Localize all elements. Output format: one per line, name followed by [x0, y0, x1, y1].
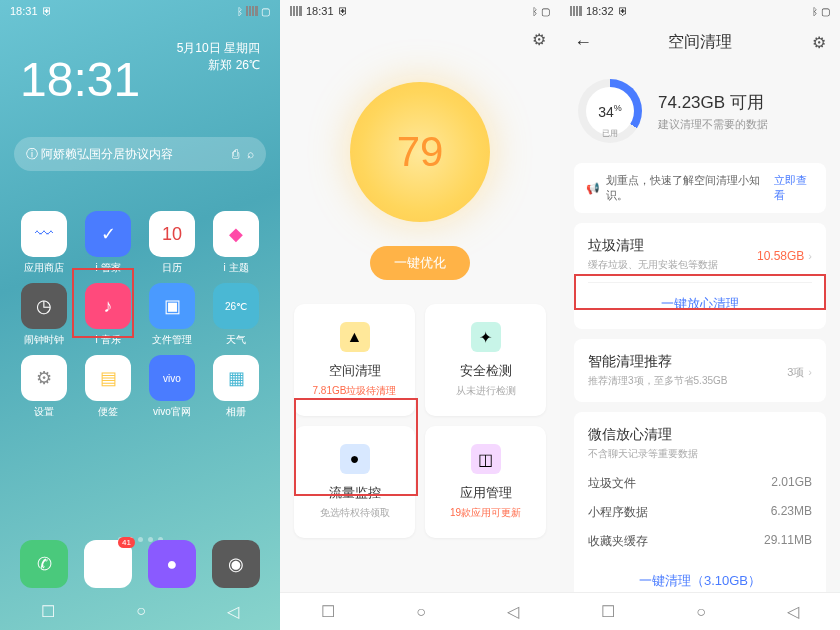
app-应用商店[interactable]: 〰应用商店	[12, 211, 76, 275]
highlight-imanager	[72, 268, 134, 338]
badge: 41	[118, 537, 135, 548]
tile-icon: ▲	[340, 322, 370, 352]
nav-home[interactable]: ○	[136, 602, 146, 620]
bluetooth-icon: ᛒ	[812, 6, 818, 17]
tip-link[interactable]: 立即查看	[774, 173, 814, 203]
app-label: 相册	[226, 405, 246, 419]
app-icon: ●	[148, 540, 196, 588]
dock-app[interactable]: ✆	[20, 540, 68, 588]
settings-icon[interactable]: ⚙	[532, 30, 546, 49]
page-header: ← 空间清理 ⚙	[560, 22, 840, 63]
app-grid: 〰应用商店✓i 管家10日历◆i 主题◷闹钟时钟♪i 音乐▣文件管理26℃天气⚙…	[0, 171, 280, 419]
search-placeholder: 阿娇赖弘国分居协议内容	[41, 146, 173, 163]
app-label: 设置	[34, 405, 54, 419]
battery-icon: ▢	[261, 6, 270, 17]
app-icon: 26℃	[213, 283, 259, 329]
status-time: 18:31	[306, 5, 334, 17]
speaker-icon: 📢	[586, 182, 600, 195]
wechat-clean-button[interactable]: 一键清理（3.10GB）	[588, 566, 812, 592]
smart-count: 3项	[787, 366, 804, 378]
smart-card[interactable]: 智能清理推荐 推荐清理3项，至多节省5.35GB 3项›	[574, 339, 826, 402]
cleaner-screen: 18:32 ⛨ ᛒ▢ ← 空间清理 ⚙ 34% 已用 74.23GB 可用 建议…	[560, 0, 840, 630]
tile-sub: 免选特权待领取	[302, 506, 407, 520]
highlight-clean-button	[574, 274, 826, 310]
nav-recent[interactable]: ☐	[601, 602, 615, 621]
dock-app[interactable]: ◉	[212, 540, 260, 588]
wechat-sub: 不含聊天记录等重要数据	[588, 447, 812, 461]
app-天气[interactable]: 26℃天气	[204, 283, 268, 347]
wechat-rows: 垃圾文件2.01GB小程序数据6.23MB收藏夹缓存29.11MB	[588, 469, 812, 556]
signal-icon	[246, 6, 258, 16]
highlight-space-clean	[294, 398, 418, 496]
app-i 主题[interactable]: ◆i 主题	[204, 211, 268, 275]
usage-percent: 34%	[598, 103, 622, 120]
date-widget[interactable]: 5月10日 星期四 新郑 26℃	[177, 40, 260, 74]
nav-back[interactable]: ◁	[507, 602, 519, 621]
app-icon: ✓	[85, 211, 131, 257]
mic-icon[interactable]: ⎙	[232, 147, 239, 161]
app-便签[interactable]: ▤便签	[76, 355, 140, 419]
app-icon: vivo	[149, 355, 195, 401]
smart-title: 智能清理推荐	[588, 353, 727, 371]
page-title: 空间清理	[668, 32, 732, 53]
search-icon[interactable]: ⌕	[247, 147, 254, 161]
dock-app[interactable]: ●	[148, 540, 196, 588]
app-文件管理[interactable]: ▣文件管理	[140, 283, 204, 347]
nav-back[interactable]: ◁	[227, 602, 239, 621]
status-bar: 18:31 ⛨ ᛒ▢	[280, 0, 560, 22]
bluetooth-icon: ᛒ	[532, 6, 538, 17]
tile-title: 安全检测	[433, 362, 538, 380]
app-icon: ◷	[21, 283, 67, 329]
nav-bar: ☐ ○ ◁	[0, 592, 280, 630]
shield-icon: ⛨	[618, 5, 629, 17]
app-icon: ✆	[20, 540, 68, 588]
shield-icon: ⛨	[338, 5, 349, 17]
app-label: 日历	[162, 261, 182, 275]
row-key: 垃圾文件	[588, 475, 636, 492]
status-time: 18:31	[10, 5, 38, 17]
wechat-card[interactable]: 微信放心清理 不含聊天记录等重要数据 垃圾文件2.01GB小程序数据6.23MB…	[574, 412, 826, 600]
optimize-button[interactable]: 一键优化	[370, 246, 470, 280]
app-icon: ⚙	[21, 355, 67, 401]
tip-banner[interactable]: 📢 划重点，快速了解空间清理小知识。 立即查看	[574, 163, 826, 213]
app-label: 天气	[226, 333, 246, 347]
app-i 管家[interactable]: ✓i 管家	[76, 211, 140, 275]
status-time: 18:32	[586, 5, 614, 17]
nav-recent[interactable]: ☐	[41, 602, 55, 621]
row-val: 29.11MB	[764, 533, 812, 550]
score-ring[interactable]: 79	[350, 82, 490, 222]
tile-安全检测[interactable]: ✦安全检测从未进行检测	[425, 304, 546, 416]
tile-sub: 从未进行检测	[433, 384, 538, 398]
settings-icon[interactable]: ⚙	[812, 33, 826, 52]
back-icon[interactable]: ←	[574, 32, 592, 53]
usage-ring: 34% 已用	[578, 79, 642, 143]
search-bar[interactable]: ⓘ 阿娇赖弘国分居协议内容 ⎙ ⌕	[14, 137, 266, 171]
row-key: 收藏夹缓存	[588, 533, 648, 550]
app-icon: ▤	[85, 355, 131, 401]
nav-home[interactable]: ○	[696, 603, 706, 621]
app-vivo官网[interactable]: vivovivo官网	[140, 355, 204, 419]
wechat-title: 微信放心清理	[588, 426, 812, 444]
dock-app[interactable]: ▭41	[84, 540, 132, 588]
app-label: i 主题	[224, 261, 249, 275]
app-相册[interactable]: ▦相册	[204, 355, 268, 419]
app-icon: ◆	[213, 211, 259, 257]
battery-icon: ▢	[541, 6, 550, 17]
tile-应用管理[interactable]: ◫应用管理19款应用可更新	[425, 426, 546, 538]
nav-home[interactable]: ○	[416, 603, 426, 621]
list-row: 收藏夹缓存29.11MB	[588, 527, 812, 556]
app-icon: 〰	[21, 211, 67, 257]
app-闹钟时钟[interactable]: ◷闹钟时钟	[12, 283, 76, 347]
tile-icon: ◫	[471, 444, 501, 474]
status-bar: 18:31 ⛨ ᛒ▢	[0, 0, 280, 22]
nav-back[interactable]: ◁	[787, 602, 799, 621]
app-设置[interactable]: ⚙设置	[12, 355, 76, 419]
signal-icon	[570, 6, 582, 16]
storage-summary: 34% 已用 74.23GB 可用 建议清理不需要的数据	[560, 63, 840, 159]
app-label: 文件管理	[152, 333, 192, 347]
chevron-right-icon: ›	[808, 366, 812, 378]
nav-recent[interactable]: ☐	[321, 602, 335, 621]
app-日历[interactable]: 10日历	[140, 211, 204, 275]
row-key: 小程序数据	[588, 504, 648, 521]
bluetooth-icon: ᛒ	[237, 6, 243, 17]
